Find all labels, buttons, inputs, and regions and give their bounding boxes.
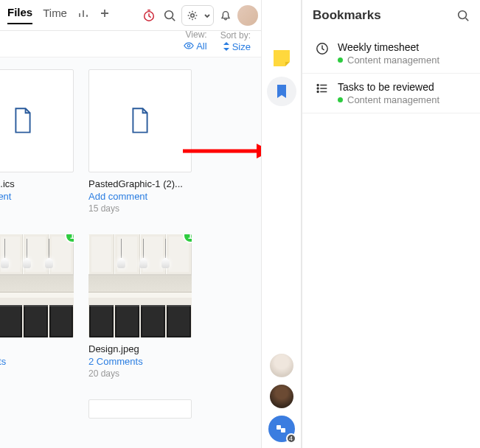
eye-icon: [184, 41, 194, 51]
view-control: View: All: [184, 29, 206, 55]
file-age: 15 days: [88, 203, 192, 214]
search-button[interactable]: [161, 7, 178, 24]
sort-label: Sort by:: [220, 30, 251, 41]
file-name: PastedGraphic-1 (2)...: [88, 178, 192, 189]
file-row: 1 n.jpeg mments ys 1 Design.jpeg 2: [0, 234, 249, 379]
gear-icon-wrap: [184, 7, 201, 24]
file-age: ys: [0, 203, 74, 214]
view-sort-controls: View: All Sort by: Size: [0, 31, 261, 57]
file-card[interactable]: 1 n.jpeg mments ys: [0, 234, 74, 379]
status-dot-icon: [338, 97, 343, 102]
settings-dropdown[interactable]: [181, 5, 214, 26]
bookmarks-rail-button[interactable]: [267, 77, 296, 106]
side-rail: 4: [262, 0, 302, 448]
svg-point-2: [191, 13, 195, 17]
top-bar: Files Time: [0, 0, 261, 31]
file-row: [0, 399, 249, 419]
file-name: dar (4).ics: [0, 178, 74, 189]
file-name: Design.jpeg: [88, 343, 192, 354]
panel-header: Bookmarks: [302, 0, 480, 31]
bell-icon: [219, 9, 232, 22]
bookmark-subtitle: Content management: [338, 94, 470, 105]
notifications-button[interactable]: [217, 7, 234, 24]
file-card[interactable]: [88, 399, 192, 419]
file-icon: [12, 108, 34, 134]
gear-icon: [186, 9, 199, 22]
svg-point-12: [317, 91, 319, 93]
timer-icon: [142, 9, 156, 22]
bookmark-title: Weekly timesheet: [338, 41, 470, 53]
file-comment-link[interactable]: comment: [0, 191, 74, 202]
presence-avatar[interactable]: [270, 354, 293, 377]
bookmark-item[interactable]: Tasks to be reviewed Content management: [302, 74, 480, 113]
bookmark-icon: [276, 85, 288, 98]
status-dot-icon: [338, 57, 343, 63]
count-badge: 4: [286, 433, 296, 444]
svg-rect-6: [276, 425, 281, 430]
bookmarks-panel: Bookmarks Weekly timesheet Content manag…: [302, 0, 480, 448]
svg-point-3: [187, 44, 190, 47]
image-thumbnail: 1: [0, 234, 74, 337]
svg-point-10: [317, 85, 319, 86]
file-card[interactable]: 1 Design.jpeg 2 Comments 20 days: [88, 234, 192, 379]
svg-rect-7: [281, 428, 285, 433]
tab-add[interactable]: [100, 8, 110, 23]
tab-time[interactable]: Time: [43, 7, 67, 24]
svg-marker-5: [257, 144, 261, 158]
svg-point-1: [165, 10, 173, 18]
file-row: dar (4).ics comment ys PastedGraphic-1 (…: [0, 69, 249, 214]
search-icon: [456, 9, 470, 22]
file-icon: [129, 108, 151, 134]
file-comment-link[interactable]: 2 Comments: [88, 356, 192, 367]
squares-icon: [276, 423, 288, 435]
file-card[interactable]: dar (4).ics comment ys: [0, 69, 74, 214]
search-icon: [163, 9, 176, 22]
sticky-note-icon[interactable]: [274, 50, 290, 66]
svg-point-8: [459, 11, 467, 19]
timer-button[interactable]: [140, 7, 158, 24]
sort-value[interactable]: Size: [223, 41, 251, 52]
panel-search-button[interactable]: [456, 9, 470, 22]
list-icon: [316, 82, 329, 95]
view-value[interactable]: All: [184, 41, 206, 52]
apps-button[interactable]: 4: [268, 416, 295, 442]
file-name: n.jpeg: [0, 343, 74, 354]
file-thumbnail: [88, 69, 192, 172]
file-age: 20 days: [88, 368, 192, 379]
image-thumbnail: 1: [88, 234, 192, 337]
sort-icon: [223, 42, 230, 51]
user-avatar[interactable]: [237, 5, 258, 26]
panel-title: Bookmarks: [313, 8, 381, 23]
plus-icon: [100, 8, 110, 18]
bookmark-subtitle: Content management: [338, 55, 470, 66]
tab-stats[interactable]: [77, 7, 89, 24]
bar-chart-icon: [77, 7, 89, 19]
main-area: Files Time View:: [0, 0, 262, 448]
file-card[interactable]: PastedGraphic-1 (2)... Add comment 15 da…: [88, 69, 192, 214]
main-tabs: Files Time: [7, 6, 110, 24]
view-label: View:: [184, 29, 206, 41]
bookmark-item[interactable]: Weekly timesheet Content management: [302, 34, 480, 74]
file-age: ys: [0, 368, 74, 379]
file-comment-link[interactable]: Add comment: [88, 191, 192, 202]
clock-icon: [316, 42, 329, 55]
file-comment-link[interactable]: mments: [0, 356, 74, 367]
bookmark-list: Weekly timesheet Content management Task…: [302, 31, 480, 116]
file-thumbnail: [88, 399, 192, 419]
chevron-down-icon: [203, 11, 212, 20]
file-grid: dar (4).ics comment ys PastedGraphic-1 (…: [0, 57, 261, 448]
sort-control: Sort by: Size: [220, 30, 251, 55]
file-thumbnail: [0, 69, 74, 172]
svg-point-11: [317, 88, 319, 89]
tab-files[interactable]: Files: [7, 6, 32, 24]
bookmark-title: Tasks to be reviewed: [338, 81, 470, 93]
presence-avatar[interactable]: [270, 385, 293, 408]
